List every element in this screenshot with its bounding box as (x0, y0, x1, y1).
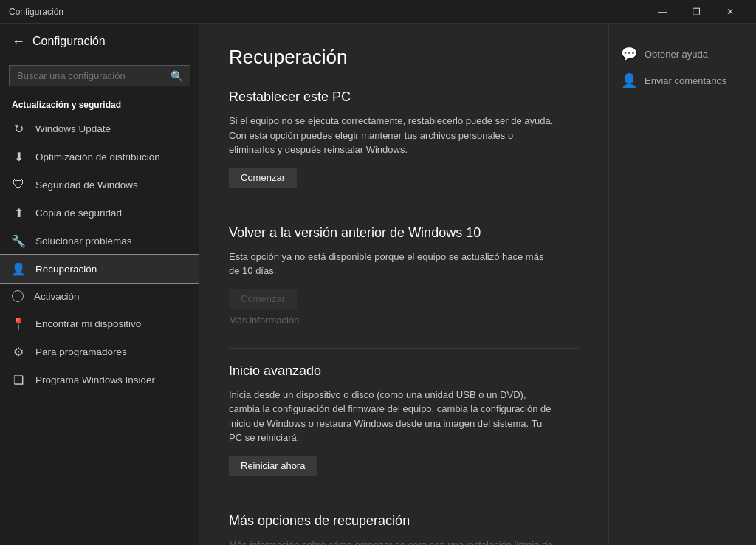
titlebar-title: Configuración (9, 7, 645, 17)
encontrar-icon: 📍 (12, 317, 25, 330)
sidebar-item-optimizacion[interactable]: ⬇ Optimización de distribución (0, 143, 199, 171)
sidebar-item-recuperacion[interactable]: 👤 Recuperación (0, 255, 199, 283)
search-container: 🔍 (9, 65, 190, 86)
search-input[interactable] (9, 65, 190, 86)
programadores-icon: ⚙ (12, 345, 25, 358)
sidebar-item-label: Solucionar problemas (35, 236, 132, 247)
sidebar-item-label: Encontrar mi dispositivo (35, 318, 141, 329)
section-reset-title: Restablecer este PC (229, 89, 579, 105)
sidebar-item-label: Para programadores (35, 346, 127, 357)
feedback-item[interactable]: 👤 Enviar comentarios (621, 72, 744, 89)
back-button[interactable]: ← Configuración (0, 24, 199, 59)
sidebar-item-label: Windows Update (35, 123, 111, 134)
sidebar-item-seguridad[interactable]: 🛡 Seguridad de Windows (0, 171, 199, 199)
divider-2 (229, 348, 579, 349)
minimize-button[interactable]: — (645, 0, 679, 24)
more-info-link: Más información (229, 315, 579, 326)
section-more-desc: Más información sobre cómo empezar de ce… (229, 538, 554, 546)
sidebar-item-encontrar[interactable]: 📍 Encontrar mi dispositivo (0, 309, 199, 337)
section-more-title: Más opciones de recuperación (229, 513, 579, 529)
close-button[interactable]: ✕ (713, 0, 747, 24)
sidebar-section-title: Actualización y seguridad (0, 92, 199, 114)
page-title: Recuperación (229, 46, 579, 69)
section-previous-desc: Esta opción ya no está disponible porque… (229, 250, 554, 278)
divider-1 (229, 210, 579, 210)
sidebar-item-insider[interactable]: ❑ Programa Windows Insider (0, 366, 199, 394)
section-reset-pc: Restablecer este PC Si el equipo no se e… (229, 89, 579, 188)
sidebar-item-label: Copia de seguridad (35, 208, 122, 219)
insider-icon: ❑ (12, 373, 25, 386)
help-label: Obtener ayuda (645, 49, 708, 60)
sidebar-item-label: Activación (34, 291, 80, 302)
right-panel: 💬 Obtener ayuda 👤 Enviar comentarios (608, 24, 756, 545)
copia-icon: ⬆ (12, 206, 25, 219)
section-advanced-desc: Inicia desde un dispositivo o disco (com… (229, 388, 554, 445)
solucionar-icon: 🔧 (12, 234, 25, 247)
sidebar: ← Configuración 🔍 Actualización y seguri… (0, 24, 199, 545)
back-icon: ← (12, 34, 25, 49)
sidebar-item-solucionar[interactable]: 🔧 Solucionar problemas (0, 227, 199, 255)
sidebar-item-windows-update[interactable]: ↻ Windows Update (0, 114, 199, 143)
previous-begin-button: Comenzar (229, 289, 297, 309)
restart-now-button[interactable]: Reiniciar ahora (229, 456, 317, 476)
seguridad-icon: 🛡 (12, 178, 25, 191)
maximize-button[interactable]: ❐ (679, 0, 713, 24)
help-item[interactable]: 💬 Obtener ayuda (621, 46, 744, 62)
titlebar: Configuración — ❐ ✕ (0, 0, 756, 24)
sidebar-item-label: Optimización de distribución (35, 151, 160, 162)
main-layout: ← Configuración 🔍 Actualización y seguri… (0, 24, 756, 545)
reset-begin-button[interactable]: Comenzar (229, 168, 297, 188)
feedback-icon: 👤 (621, 72, 637, 89)
search-icon: 🔍 (171, 70, 183, 82)
sidebar-item-label: Recuperación (35, 264, 97, 275)
recuperacion-icon: 👤 (12, 262, 25, 275)
section-advanced-start: Inicio avanzado Inicia desde un disposit… (229, 363, 579, 476)
sidebar-item-copia[interactable]: ⬆ Copia de seguridad (0, 199, 199, 227)
activacion-icon (12, 290, 24, 302)
sidebar-item-label: Programa Windows Insider (35, 374, 155, 385)
section-previous-version: Volver a la versión anterior de Windows … (229, 225, 579, 326)
section-more-options: Más opciones de recuperación Más informa… (229, 513, 579, 546)
sidebar-item-activacion[interactable]: Activación (0, 283, 199, 309)
section-previous-title: Volver a la versión anterior de Windows … (229, 225, 579, 241)
sidebar-item-label: Seguridad de Windows (35, 179, 138, 191)
section-reset-desc: Si el equipo no se ejecuta correctamente… (229, 114, 554, 157)
feedback-label: Enviar comentarios (645, 75, 726, 86)
back-label: Configuración (32, 35, 106, 48)
help-icon: 💬 (621, 46, 637, 62)
divider-3 (229, 498, 579, 498)
optimizacion-icon: ⬇ (12, 150, 25, 163)
sidebar-item-programadores[interactable]: ⚙ Para programadores (0, 337, 199, 366)
content-area: Recuperación Restablecer este PC Si el e… (199, 24, 608, 545)
section-advanced-title: Inicio avanzado (229, 363, 579, 379)
update-icon: ↻ (12, 122, 25, 135)
titlebar-controls: — ❐ ✕ (645, 0, 747, 24)
